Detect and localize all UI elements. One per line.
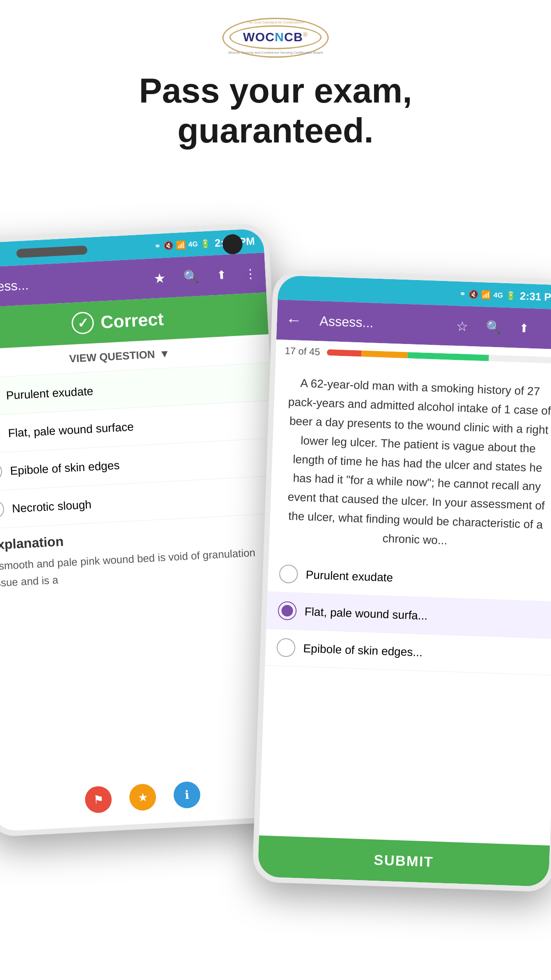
wifi-icon: 📶	[176, 240, 186, 250]
bottom-icons-row: ⚑ ★ ℹ	[0, 776, 293, 818]
answer-text-2: Flat, pale wound surface	[8, 420, 134, 440]
app-title-right: Assess...	[319, 314, 448, 333]
wifi-icon-r: 📶	[481, 290, 491, 300]
submit-label: SUBMIT	[374, 852, 434, 870]
explanation-text: A smooth and pale pink wound bed is void…	[0, 544, 272, 593]
answer-text-1: Purulent exudate	[6, 384, 94, 403]
tagline: Pass your exam, guaranteed.	[112, 71, 439, 150]
star-icon-left[interactable]: ★	[153, 270, 166, 286]
view-question-label: VIEW QUESTION	[69, 348, 155, 365]
battery-icon-r: 🔋	[506, 291, 516, 301]
star-icon-right[interactable]: ☆	[456, 318, 468, 334]
answer-text-3: Epibole of skin edges	[10, 458, 120, 478]
logo-gold-text: The Gold Standard for Certification®	[247, 20, 304, 24]
share-icon-right[interactable]: ⬆	[519, 321, 529, 336]
battery-icon: 🔋	[200, 238, 210, 249]
dropdown-arrow-icon: ▼	[159, 348, 170, 360]
bookmark-icon[interactable]: ★	[129, 783, 157, 811]
header: The Gold Standard for Certification® WOC…	[0, 0, 551, 177]
phone-right: ⚭ 🔇 📶 4G 🔋 2:31 PM ← Assess... ☆ 🔍 ⬆ ⋮	[252, 270, 551, 893]
4g-label: 4G	[188, 240, 198, 249]
progress-green	[408, 352, 489, 361]
search-icon-right[interactable]: 🔍	[486, 320, 502, 335]
logo-main-text: WOCNCB®	[243, 30, 308, 44]
info-icon[interactable]: ℹ	[173, 781, 201, 809]
search-icon-left[interactable]: 🔍	[183, 269, 199, 285]
4g-label-r: 4G	[493, 291, 503, 300]
phone-left-screen: ⚭ 🔇 📶 4G 🔋 2:32 PM Assess... ★ 🔍 ⬆ ⋮ ✓	[0, 229, 294, 832]
answer-text-r2: Flat, pale wound surfa...	[304, 605, 428, 623]
app-title-left: Assess...	[0, 272, 145, 296]
radio-empty-r1	[279, 565, 298, 584]
share-icon-left[interactable]: ⬆	[216, 268, 227, 282]
status-icons-left: ⚭ 🔇 📶 4G 🔋	[154, 238, 210, 251]
phones-container: ⚭ 🔇 📶 4G 🔋 2:32 PM Assess... ★ 🔍 ⬆ ⋮ ✓	[0, 186, 551, 940]
correct-label: Correct	[100, 309, 164, 332]
tagline-line1: Pass your exam,	[139, 71, 412, 110]
radio-empty-2	[0, 425, 0, 443]
mute-icon: 🔇	[163, 241, 173, 251]
radio-empty-3	[0, 462, 3, 481]
answer-text-r1: Purulent exudate	[306, 568, 394, 585]
flag-icon[interactable]: ⚑	[84, 786, 112, 814]
logo: The Gold Standard for Certification® WOC…	[222, 18, 329, 58]
bluetooth-icon-r: ⚭	[459, 289, 466, 299]
progress-red	[327, 349, 362, 357]
progress-label: 17 of 45	[284, 345, 320, 358]
radio-empty-4	[0, 500, 4, 519]
phone-left: ⚭ 🔇 📶 4G 🔋 2:32 PM Assess... ★ 🔍 ⬆ ⋮ ✓	[0, 223, 299, 838]
progress-bar	[327, 349, 551, 364]
tagline-line2: guaranteed.	[177, 111, 374, 150]
radio-filled-r2	[278, 601, 297, 620]
bluetooth-icon: ⚭	[154, 241, 161, 251]
logo-subtitle: Wound, Ostomy and Continence Nursing Cer…	[225, 51, 325, 55]
check-circle-icon: ✓	[71, 312, 95, 335]
radio-empty-r3	[276, 638, 295, 657]
question-text: A 62-year-old man with a smoking history…	[269, 362, 551, 565]
answer-text-r3: Epibole of skin edges...	[303, 641, 423, 659]
answer-text-4: Necrotic slough	[12, 498, 92, 515]
submit-button[interactable]: SUBMIT	[258, 836, 550, 887]
more-icon-right[interactable]: ⋮	[546, 322, 551, 337]
back-btn-right[interactable]: ←	[286, 311, 302, 330]
mute-icon-r: 🔇	[468, 289, 479, 300]
radio-filled-inner	[281, 605, 293, 617]
explanation-section: Explanation A smooth and pale pink wound…	[0, 514, 282, 602]
logo-oval: WOCNCB®	[229, 25, 322, 49]
status-icons-right: ⚭ 🔇 📶 4G 🔋	[459, 289, 516, 300]
phone-right-screen: ⚭ 🔇 📶 4G 🔋 2:31 PM ← Assess... ☆ 🔍 ⬆ ⋮	[258, 275, 551, 887]
time-right: 2:31 PM	[520, 290, 551, 304]
more-icon-left[interactable]: ⋮	[244, 266, 257, 281]
progress-yellow	[361, 351, 408, 359]
